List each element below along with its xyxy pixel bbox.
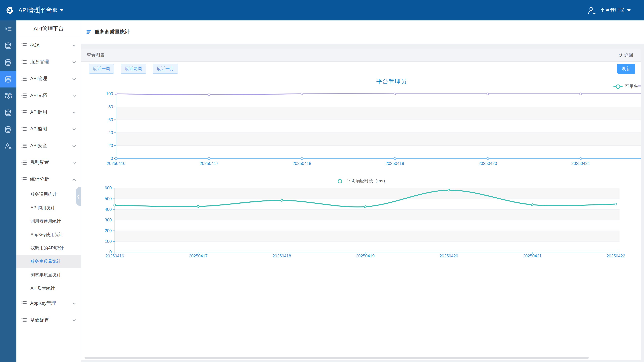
right-gutter — [641, 49, 644, 362]
chevron-down-icon — [627, 9, 630, 11]
database-icon — [4, 108, 12, 117]
sidebar-subitem-API质量统计[interactable]: API质量统计 — [16, 282, 81, 295]
legend-response-time[interactable]: 平均响应时长（ms） — [336, 178, 388, 184]
chevron-down-icon — [72, 301, 76, 305]
sidebar-menu: 概况服务管理API管理API文档API调用API监测API安全规则配置统计分析服… — [16, 37, 81, 329]
chevron-down-icon — [72, 60, 76, 64]
user-icon — [587, 6, 596, 14]
legend-availability[interactable]: 可用率 — [614, 83, 638, 89]
data-flow-icon: DATA — [4, 91, 12, 100]
list-icon — [21, 109, 27, 115]
legend-marker-icon — [614, 84, 622, 89]
range-month-button[interactable]: 最近一月 — [152, 64, 178, 74]
rail-item-menu-expand[interactable] — [0, 20, 16, 37]
menu-expand-icon — [4, 25, 12, 33]
sidebar-item-API监测[interactable]: API监测 — [16, 121, 81, 137]
app-title: API管理平台 — [18, 0, 52, 20]
chevron-down-icon — [72, 93, 76, 97]
chevron-down-icon — [72, 127, 76, 131]
database-icon — [4, 125, 12, 134]
sidebar: API管理平台 概况服务管理API管理API文档API调用API监测API安全规… — [16, 20, 81, 362]
sidebar-item-服务管理[interactable]: 服务管理 — [16, 54, 81, 70]
range-week-button[interactable]: 最近一周 — [89, 64, 114, 74]
sidebar-item-API调用[interactable]: API调用 — [16, 104, 81, 121]
refresh-button[interactable]: 刷新 — [617, 64, 635, 74]
page-title-icon — [86, 30, 92, 34]
sidebar-subitem-AppKey使用统计[interactable]: AppKey使用统计 — [16, 228, 81, 241]
list-icon — [21, 42, 27, 48]
rail-item-user-settings[interactable] — [0, 138, 16, 155]
legend-marker-icon — [336, 179, 344, 183]
list-icon — [21, 300, 27, 306]
user-menu[interactable]: 平台管理员 — [587, 0, 630, 20]
sidebar-title: API管理平台 — [16, 20, 81, 37]
top-navbar: API管理平台 全部 平台管理员 — [0, 0, 644, 20]
sidebar-subitem-测试集质量统计[interactable]: 测试集质量统计 — [16, 268, 81, 282]
back-button[interactable]: ↺ 返回 — [618, 52, 633, 58]
rail-item-database[interactable] — [0, 37, 16, 54]
clipped-legend-marker-icon — [638, 85, 641, 86]
list-icon — [21, 92, 27, 98]
page-title: 服务商质量统计 — [94, 29, 130, 35]
chevron-down-icon — [72, 318, 76, 322]
sidebar-subitem-调用者使用统计[interactable]: 调用者使用统计 — [16, 215, 81, 228]
sidebar-item-概况[interactable]: 概况 — [16, 37, 81, 54]
range-two-weeks-button[interactable]: 最近两周 — [121, 64, 146, 74]
sidebar-subitem-我调用的API统计[interactable]: 我调用的API统计 — [16, 241, 81, 255]
list-icon — [21, 176, 27, 182]
rail-item-data-flow[interactable]: DATA — [0, 87, 16, 104]
chevron-down-icon — [72, 43, 76, 47]
chart-panel — [81, 62, 641, 360]
page-header: 服务商质量统计 — [81, 20, 644, 43]
svg-text:DATA: DATA — [5, 92, 12, 95]
rail-item-database[interactable] — [0, 121, 16, 138]
sidebar-item-统计分析[interactable]: 统计分析 — [16, 171, 81, 188]
horizontal-scrollbar-thumb[interactable] — [84, 357, 589, 359]
list-icon — [21, 143, 27, 149]
list-icon — [21, 76, 27, 82]
sidebar-item-基础配置[interactable]: 基础配置 — [16, 312, 81, 329]
sidebar-item-API管理[interactable]: API管理 — [16, 70, 81, 87]
list-icon — [21, 126, 27, 132]
user-name: 平台管理员 — [600, 7, 624, 13]
panel-header-label: 查看图表 — [86, 52, 105, 58]
rail-item-database[interactable] — [0, 71, 16, 87]
sidebar-collapse-handle[interactable]: ❮ — [76, 187, 81, 206]
undo-arrow-icon: ↺ — [618, 53, 622, 58]
chevron-up-icon — [72, 177, 76, 181]
sidebar-item-API文档[interactable]: API文档 — [16, 87, 81, 104]
sidebar-item-AppKey管理[interactable]: AppKey管理 — [16, 295, 81, 312]
list-icon — [21, 59, 27, 65]
panel-toolbar: 查看图表 ↺ 返回 — [81, 49, 641, 62]
list-icon — [21, 317, 27, 323]
list-icon — [21, 160, 27, 166]
scope-dropdown[interactable]: 全部 — [48, 0, 64, 20]
icon-rail: DATA — [0, 20, 16, 362]
rail-item-database[interactable] — [0, 54, 16, 71]
brand-logo-icon — [5, 5, 15, 15]
sidebar-item-API安全[interactable]: API安全 — [16, 137, 81, 154]
rail-item-database[interactable] — [0, 104, 16, 121]
sidebar-item-规则配置[interactable]: 规则配置 — [16, 154, 81, 171]
database-icon — [4, 41, 12, 50]
chevron-down-icon — [72, 144, 76, 148]
chevron-down-icon — [72, 77, 76, 81]
sidebar-subitem-API调用统计[interactable]: API调用统计 — [16, 201, 81, 215]
header-seam — [81, 43, 644, 49]
database-icon — [4, 75, 12, 83]
navbar-divider — [39, 6, 40, 14]
chevron-down-icon — [72, 110, 76, 114]
chart-title: 平台管理员 — [376, 77, 406, 85]
chevron-down-icon — [60, 9, 64, 11]
chevron-down-icon — [72, 161, 76, 165]
user-settings-icon — [4, 142, 12, 150]
database-icon — [4, 58, 12, 66]
app-root: API管理平台 全部 平台管理员 DATA API管理平台 概况服务管理API管… — [0, 0, 644, 362]
bottom-gutter — [81, 360, 644, 362]
sidebar-subitem-服务商质量统计[interactable]: 服务商质量统计 — [16, 255, 81, 268]
sidebar-subitem-服务调用统计[interactable]: 服务调用统计 — [16, 188, 81, 201]
